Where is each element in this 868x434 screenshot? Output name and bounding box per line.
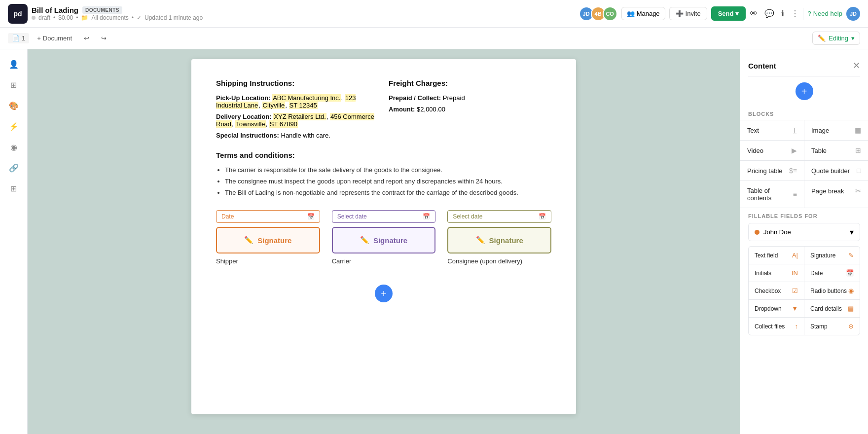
undo-button[interactable]: ↩	[80, 33, 93, 44]
field-stamp[interactable]: Stamp ⊕	[804, 318, 860, 335]
video-block-icon: ▶	[792, 146, 797, 154]
person-dot	[755, 230, 760, 235]
shipping-title: Shipping Instructions:	[216, 79, 379, 87]
special-value: Handle with care.	[281, 132, 330, 139]
field-sig-label: Signature	[810, 252, 835, 259]
field-initials[interactable]: Initials IN	[749, 264, 804, 282]
block-page-break[interactable]: Page break ✂	[804, 181, 868, 208]
editing-toggle[interactable]: ✏️ Editing ▾	[812, 32, 860, 45]
table-block-icon: ⊞	[855, 146, 861, 154]
sidebar-icon-grid[interactable]: ⊞	[5, 180, 23, 197]
info-icon[interactable]: ℹ	[781, 9, 784, 18]
carrier-date-label: Select date	[337, 213, 367, 220]
block-pricing-label: Pricing table	[747, 167, 783, 175]
pages-icon: 📄	[12, 35, 20, 42]
block-table[interactable]: Table ⊞	[804, 141, 868, 160]
block-table-label: Table	[811, 147, 827, 154]
calendar-icon-olive: 📅	[539, 213, 546, 220]
block-video[interactable]: Video ▶	[740, 141, 804, 160]
shipper-sig-label: Signature	[257, 236, 291, 245]
add-block-below-button[interactable]: +	[375, 285, 393, 302]
sidebar-icon-variables[interactable]: ⚡	[5, 117, 23, 135]
shipper-signature-button[interactable]: ✏️ Signature	[216, 227, 320, 253]
field-collect-files[interactable]: Collect files ↑	[749, 318, 804, 335]
need-help-label: Need help	[813, 10, 842, 17]
carrier-signature-button[interactable]: ✏️ Signature	[332, 227, 436, 253]
eye-icon[interactable]: 👁	[750, 9, 758, 18]
shipper-date-label: Date	[221, 213, 234, 220]
block-pricing-table[interactable]: Pricing table $≡	[740, 161, 804, 181]
pages-count: 📄 1	[8, 33, 29, 43]
field-collect-label: Collect files	[755, 323, 785, 330]
status-text: draft	[38, 14, 50, 21]
field-initials-icon: IN	[792, 269, 798, 277]
more-icon[interactable]: ⋮	[791, 9, 799, 18]
fillable-label: FILLABLE FIELDS FOR	[748, 213, 860, 219]
chat-icon[interactable]: 💬	[764, 9, 774, 18]
carrier-date-field[interactable]: Select date 📅	[332, 210, 436, 223]
field-text-icon: A|	[792, 252, 798, 259]
field-stamp-icon: ⊕	[848, 323, 854, 330]
sig-icon-olive: ✏️	[476, 236, 485, 245]
sidebar-icon-theme[interactable]: 🎨	[5, 97, 23, 114]
field-text-label: Text field	[755, 252, 778, 259]
separator2: •	[76, 14, 78, 21]
separator: •	[53, 14, 55, 21]
redo-button[interactable]: ↪	[97, 33, 110, 44]
field-card-icon: ▤	[848, 305, 854, 312]
sidebar-icon-link[interactable]: 🔗	[5, 159, 23, 177]
user-avatar[interactable]: JD	[846, 7, 860, 21]
add-doc-label: Document	[43, 35, 72, 42]
documents-badge: DOCUMENTS	[82, 6, 122, 14]
special-label: Special Instructions:	[216, 132, 279, 139]
field-radio-label: Radio buttons	[810, 288, 847, 294]
consignee-signature-button[interactable]: ✏️ Signature	[447, 227, 551, 253]
person-selector[interactable]: John Doe ▾	[748, 223, 860, 241]
quote-block-icon: □	[857, 167, 861, 175]
field-sig-icon: ✎	[848, 252, 854, 259]
field-checkbox[interactable]: Checkbox ☑	[749, 282, 804, 299]
invite-button[interactable]: ➕ Invite	[669, 7, 707, 20]
delivery-label: Delivery Location:	[216, 113, 272, 120]
terms-title: Terms and conditions:	[216, 151, 551, 159]
panel-close-button[interactable]: ✕	[853, 60, 860, 71]
block-image[interactable]: Image ▦	[804, 120, 868, 140]
title-group: Bill of Lading DOCUMENTS draft • $0.00 •…	[32, 6, 203, 21]
signature-row: Date 📅 ✏️ Signature Shipper Select date …	[216, 210, 551, 265]
image-block-icon: ▦	[855, 126, 861, 134]
pages-number: 1	[22, 35, 25, 42]
location-text: All documents	[91, 14, 128, 21]
shipper-date-field[interactable]: Date 📅	[216, 210, 320, 223]
add-document-button[interactable]: + Document	[33, 33, 76, 44]
toc-block-icon: ≡	[793, 190, 797, 198]
need-help-link[interactable]: ? Need help	[807, 10, 842, 17]
prepaid-value: Prepaid	[443, 94, 465, 102]
add-content-fab[interactable]: +	[796, 82, 813, 100]
send-chevron: ▾	[735, 10, 739, 17]
field-date[interactable]: Date 📅	[804, 264, 860, 282]
send-button[interactable]: Send ▾	[711, 6, 746, 21]
block-text[interactable]: Text T̲	[740, 120, 804, 140]
consignee-date-field[interactable]: Select date 📅	[447, 210, 551, 223]
terms-item-2: The consignee must inspect the goods upo…	[225, 178, 551, 185]
field-card-details[interactable]: Card details ▤	[804, 300, 860, 317]
invite-label: Invite	[686, 10, 701, 17]
field-signature[interactable]: Signature ✎	[804, 247, 860, 264]
sidebar-icon-layers[interactable]: ◉	[5, 138, 23, 156]
field-date-icon: 📅	[846, 269, 854, 277]
separator3: •	[132, 14, 134, 21]
person-chevron: ▾	[850, 227, 854, 237]
field-text-field[interactable]: Text field A|	[749, 247, 804, 264]
pricing-block-icon: $≡	[789, 167, 797, 175]
sidebar-icon-blocks[interactable]: ⊞	[5, 76, 23, 94]
field-radio[interactable]: Radio buttons ◉	[804, 282, 860, 299]
carrier-block: Select date 📅 ✏️ Signature Carrier	[332, 210, 436, 265]
add-doc-icon: +	[37, 35, 41, 42]
manage-button[interactable]: 👥 Manage	[621, 7, 665, 20]
carrier-label: Carrier	[332, 257, 436, 265]
block-quote-builder[interactable]: Quote builder □	[804, 161, 868, 181]
carrier-sig-label: Signature	[373, 236, 407, 245]
sidebar-icon-users[interactable]: 👤	[5, 55, 23, 73]
block-toc[interactable]: Table of contents ≡	[740, 181, 804, 208]
field-dropdown[interactable]: Dropdown ▼	[749, 300, 804, 317]
